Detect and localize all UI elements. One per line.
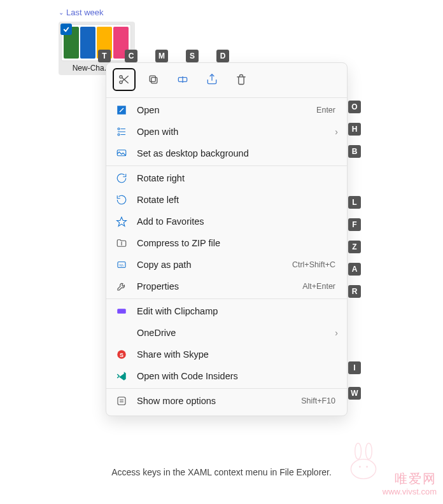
access-key-c: C bbox=[125, 50, 137, 62]
copy-icon bbox=[147, 73, 160, 86]
access-key-a: A bbox=[348, 263, 361, 276]
menu-item-onedrive[interactable]: OneDrive › bbox=[106, 322, 347, 344]
rename-button[interactable] bbox=[171, 68, 194, 91]
separator bbox=[106, 97, 347, 98]
delete-button[interactable] bbox=[230, 68, 253, 91]
svg-text:\\\\: \\\\ bbox=[119, 263, 123, 267]
rename-icon bbox=[176, 73, 189, 86]
toolbar-access-keys: C M S D bbox=[125, 50, 229, 62]
star-icon bbox=[115, 215, 128, 228]
svg-rect-17 bbox=[117, 309, 126, 314]
access-key-h: H bbox=[348, 123, 361, 136]
bunny-watermark bbox=[341, 438, 386, 482]
wrench-icon bbox=[115, 280, 128, 293]
vscode-insiders-icon bbox=[115, 370, 128, 382]
separator bbox=[106, 388, 347, 389]
more-options-icon bbox=[115, 395, 128, 407]
copy-path-icon: \\\\ bbox=[115, 258, 128, 271]
access-key-i: I bbox=[348, 361, 361, 374]
separator bbox=[106, 298, 347, 299]
menu-item-show-more[interactable]: Show more options Shift+F10 bbox=[106, 390, 347, 412]
open-with-icon bbox=[115, 125, 128, 138]
svg-rect-5 bbox=[150, 76, 155, 81]
access-key-o: O bbox=[348, 101, 361, 113]
menu-item-set-background[interactable]: Set as desktop background bbox=[106, 143, 347, 164]
share-icon bbox=[206, 73, 218, 86]
open-icon bbox=[115, 104, 128, 116]
chevron-right-icon: › bbox=[335, 127, 338, 137]
context-menu: Open Enter Open with › Set as desktop ba… bbox=[106, 62, 348, 416]
zip-icon bbox=[115, 237, 128, 249]
group-header[interactable]: ⌄ Last week bbox=[59, 8, 104, 17]
svg-point-11 bbox=[118, 134, 120, 136]
svg-point-0 bbox=[120, 76, 122, 78]
menu-item-rotate-right[interactable]: Rotate right bbox=[106, 167, 347, 189]
group-label: Last week bbox=[66, 8, 104, 17]
share-button[interactable] bbox=[200, 68, 223, 91]
menu-item-open-with[interactable]: Open with › bbox=[106, 121, 347, 143]
menu-item-code-insiders[interactable]: Open with Code Insiders bbox=[106, 365, 347, 387]
access-key-t: T bbox=[98, 50, 111, 62]
svg-point-26 bbox=[359, 466, 361, 468]
menu-toolbar bbox=[106, 67, 347, 96]
menu-item-properties[interactable]: Properties Alt+Enter bbox=[106, 276, 347, 297]
svg-point-1 bbox=[120, 81, 122, 83]
menu-item-favorites[interactable]: Add to Favorites bbox=[106, 211, 347, 232]
menu-item-copy-path[interactable]: \\\\ Copy as path Ctrl+Shift+C bbox=[106, 254, 347, 276]
skype-icon: S bbox=[115, 348, 128, 361]
menu-item-skype[interactable]: S Share with Skype bbox=[106, 344, 347, 365]
access-key-w: W bbox=[348, 387, 361, 400]
desktop-background-icon bbox=[115, 147, 128, 160]
menu-item-rotate-left[interactable]: Rotate left bbox=[106, 189, 347, 211]
svg-rect-4 bbox=[151, 78, 157, 83]
svg-point-24 bbox=[355, 443, 362, 459]
svg-point-23 bbox=[351, 459, 376, 479]
svg-point-27 bbox=[366, 466, 368, 468]
access-key-d: D bbox=[216, 50, 229, 62]
clipchamp-icon bbox=[115, 305, 128, 318]
svg-marker-13 bbox=[117, 217, 127, 226]
separator bbox=[106, 165, 347, 166]
rotate-right-icon bbox=[115, 172, 128, 185]
cut-button[interactable] bbox=[113, 68, 136, 91]
svg-text:S: S bbox=[120, 352, 123, 358]
watermark: 唯爱网 www.vivst.com bbox=[383, 470, 437, 498]
chevron-down-icon: ⌄ bbox=[59, 9, 64, 16]
access-key-f: F bbox=[348, 218, 361, 231]
onedrive-icon bbox=[115, 326, 128, 339]
access-key-m: M bbox=[155, 50, 168, 62]
menu-item-clipchamp[interactable]: Edit with Clipchamp bbox=[106, 300, 347, 322]
scissors-icon bbox=[118, 73, 130, 86]
trash-icon bbox=[235, 73, 248, 86]
access-key-b: B bbox=[348, 145, 361, 158]
svg-point-25 bbox=[366, 443, 372, 459]
access-key-r: R bbox=[348, 285, 361, 298]
file-thumbnail bbox=[61, 24, 131, 61]
menu-item-compress[interactable]: Compress to ZIP file bbox=[106, 232, 347, 254]
access-key-l: L bbox=[348, 196, 361, 209]
rotate-left-icon bbox=[115, 193, 128, 206]
access-key-z: Z bbox=[348, 241, 361, 253]
copy-button[interactable] bbox=[142, 68, 165, 91]
access-key-s: S bbox=[186, 50, 199, 62]
chevron-right-icon: › bbox=[335, 328, 338, 338]
svg-point-10 bbox=[118, 128, 120, 130]
svg-rect-20 bbox=[118, 397, 125, 405]
selected-check-icon bbox=[60, 24, 72, 35]
menu-item-open[interactable]: Open Enter bbox=[106, 99, 347, 121]
